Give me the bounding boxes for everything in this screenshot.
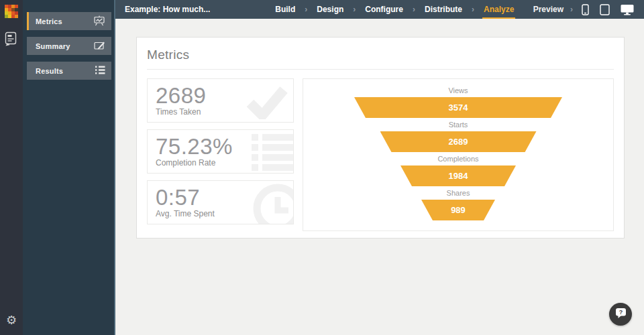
chevron-right-icon: ›	[413, 0, 415, 19]
gear-icon[interactable]: ⚙	[6, 314, 17, 326]
funnel-stage-label: Views	[303, 84, 613, 97]
desktop-icon[interactable]	[619, 4, 636, 15]
list-icon	[252, 134, 294, 174]
heading-divider	[147, 69, 614, 70]
help-bubble-icon: ?	[615, 308, 627, 321]
step-nav: Build › Design › Configure › Distribute …	[256, 0, 533, 19]
app-logo[interactable]	[5, 5, 18, 18]
quiz-title: Example: How much...	[125, 5, 256, 14]
funnel-bar: 3574	[354, 97, 562, 118]
funnel-stage-label: Completions	[303, 152, 613, 165]
funnel-stage-label: Starts	[303, 118, 613, 131]
chevron-right-icon: ›	[570, 0, 573, 19]
sidebar-item-metrics[interactable]: Metrics	[27, 12, 111, 30]
topbar: Example: How much... Build › Design › Co…	[115, 0, 644, 19]
sidebar-item-label: Summary	[36, 42, 70, 50]
results-list-icon	[95, 65, 105, 76]
metrics-panel: Metrics 2689 Times Taken	[136, 37, 625, 239]
main-column: Example: How much... Build › Design › Co…	[115, 0, 644, 335]
content-area: Metrics 2689 Times Taken	[115, 19, 644, 335]
stat-card-times-taken: 2689 Times Taken	[147, 78, 294, 123]
stat-cards: 2689 Times Taken 75.23% Completion Rate	[147, 78, 294, 231]
funnel-chart: Views3574Starts2689Completions1984Shares…	[303, 78, 614, 231]
funnel-bar: 989	[421, 200, 495, 220]
funnel-stage-label: Shares	[303, 186, 613, 200]
sidebar-item-label: Metrics	[36, 17, 62, 25]
preview-button[interactable]: Preview	[533, 5, 564, 14]
tab-analyze[interactable]: Analyze	[482, 0, 515, 19]
funnel-bar: 1984	[400, 165, 516, 186]
chevron-right-icon: ›	[472, 0, 474, 19]
tab-configure[interactable]: Configure	[364, 0, 405, 19]
tab-distribute[interactable]: Distribute	[423, 0, 464, 19]
stat-card-avg-time-spent: 0:57 Avg. Time Spent	[147, 180, 294, 224]
check-icon	[245, 84, 289, 122]
sidebar-item-label: Results	[36, 67, 63, 75]
chevron-right-icon: ›	[305, 0, 307, 19]
tab-design[interactable]: Design	[315, 0, 345, 19]
preview-group: Preview ›	[533, 0, 636, 19]
stat-card-completion-rate: 75.23% Completion Rate	[147, 129, 294, 174]
analyze-sidebar: Metrics Summary Results	[23, 0, 115, 335]
chart-board-icon	[93, 15, 105, 27]
clock-icon	[252, 182, 294, 224]
summary-board-icon	[93, 40, 105, 52]
phone-icon[interactable]	[580, 4, 591, 15]
app-logo-mosaic-icon	[5, 5, 18, 18]
page-title: Metrics	[147, 48, 614, 62]
quiz-list-icon[interactable]	[5, 31, 18, 49]
sidebar-item-summary[interactable]: Summary	[27, 37, 111, 55]
tablet-icon[interactable]	[598, 4, 612, 15]
help-button[interactable]: ?	[609, 303, 632, 326]
app-window: ⚙ Metrics Summary	[0, 0, 644, 335]
sidebar-item-results[interactable]: Results	[27, 62, 111, 80]
chevron-right-icon: ›	[353, 0, 356, 19]
svg-text:?: ?	[619, 309, 623, 316]
tab-build[interactable]: Build	[274, 0, 297, 19]
left-rail: ⚙	[0, 0, 23, 335]
funnel-bar: 2689	[380, 131, 537, 152]
